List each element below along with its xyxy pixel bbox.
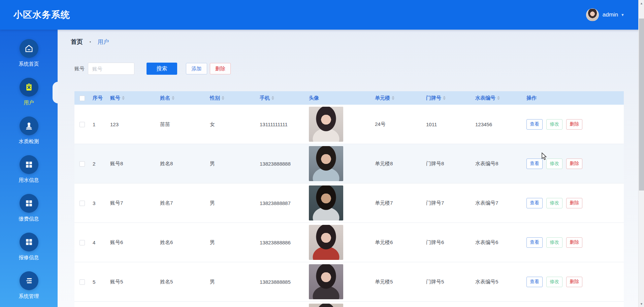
col-gender[interactable]: 性别 (207, 91, 257, 105)
cell-phone: 13823888885 (257, 262, 306, 302)
col-unit[interactable]: 单元楼 (372, 91, 423, 105)
row-checkbox[interactable] (79, 201, 85, 206)
edit-button[interactable]: 修改 (546, 119, 562, 130)
row-delete-button[interactable]: 删除 (566, 277, 582, 287)
breadcrumb-home[interactable]: 首页 (71, 38, 83, 46)
sort-icon[interactable] (122, 96, 125, 100)
sort-icon[interactable] (443, 96, 446, 100)
active-item-notch (53, 82, 58, 103)
sidebar-item-label: 用户 (24, 100, 34, 106)
cell-gender: 男 (207, 144, 257, 183)
breadcrumb-separator-icon: • (90, 40, 91, 44)
cell-gender: 男 (207, 262, 257, 302)
user-photo (309, 185, 343, 220)
vertical-scrollbar[interactable]: ▲ ▼ (638, 0, 644, 307)
user-menu[interactable]: admin ▼ (586, 8, 624, 21)
sidebar-item-users[interactable]: 用户 (0, 72, 58, 111)
row-delete-button[interactable]: 删除 (566, 198, 582, 208)
scroll-down-icon[interactable]: ▼ (639, 301, 644, 307)
cell-gender: 女 (207, 105, 257, 144)
col-door[interactable]: 门牌号 (423, 91, 473, 105)
edit-button[interactable]: 修改 (546, 198, 562, 208)
cell-name: 姓名5 (157, 262, 207, 302)
sidebar-item-system[interactable]: 系统管理 (0, 266, 58, 305)
cell-unit: 单元楼6 (372, 223, 423, 262)
cell-name: 苗苗 (157, 105, 207, 144)
breadcrumb-current[interactable]: 用户 (98, 38, 109, 46)
sidebar-item-label: 缴费信息 (19, 216, 39, 222)
row-checkbox[interactable] (79, 279, 85, 285)
cell-gender: 男 (207, 183, 257, 223)
cell-meter: 水表编号8 (473, 144, 524, 183)
cell-account: 账号7 (107, 183, 157, 223)
sidebar-item-repair[interactable]: 报修信息 (0, 227, 58, 266)
edit-button[interactable]: 修改 (546, 237, 562, 248)
cell-door: 门牌号7 (423, 183, 473, 223)
col-meter[interactable]: 水表编号 (473, 91, 524, 105)
cell-door: 门牌号6 (423, 223, 473, 262)
table-row: 4 账号6 姓名6 男 13823888886 单元楼6 门牌号6 水表编号6 … (74, 223, 624, 262)
cell-account: 账号5 (107, 262, 157, 302)
col-seq: 序号 (90, 91, 107, 105)
view-button[interactable]: 查看 (526, 119, 543, 130)
account-search-input[interactable] (88, 63, 134, 75)
sidebar-item-payment[interactable]: 缴费信息 (0, 189, 58, 227)
sidebar-item-label: 系统首页 (19, 61, 39, 67)
sidebar-item-home[interactable]: 系统首页 (0, 34, 58, 72)
cell-unit (372, 302, 423, 307)
row-checkbox[interactable] (79, 122, 85, 127)
cell-account (107, 302, 157, 307)
table-header-row: 序号 账号 姓名 性别 手机 头像 单元楼 门牌号 水表编号 操作 (74, 91, 624, 105)
cell-phone: 13823888886 (257, 223, 306, 262)
cell-name: 姓名7 (157, 183, 207, 223)
sort-icon[interactable] (271, 96, 274, 100)
users-table: 序号 账号 姓名 性别 手机 头像 单元楼 门牌号 水表编号 操作 1 123 (74, 91, 624, 307)
scrollbar-thumb[interactable] (639, 19, 644, 191)
user-photo (309, 146, 343, 181)
row-delete-button[interactable]: 删除 (566, 159, 582, 169)
cell-door (423, 302, 473, 307)
cell-phone (257, 302, 306, 307)
sort-icon[interactable] (222, 96, 224, 100)
edit-button[interactable]: 修改 (546, 159, 562, 169)
cell-seq: 2 (90, 144, 107, 183)
grid-icon (20, 194, 38, 213)
col-account[interactable]: 账号 (107, 91, 157, 105)
sidebar-nav: 系统首页 用户 水质检测 用水信息 (0, 30, 58, 307)
add-button[interactable]: 添加 (186, 63, 207, 74)
row-delete-button[interactable]: 删除 (566, 237, 582, 248)
delete-button[interactable]: 删除 (210, 63, 231, 74)
grid-icon (20, 233, 38, 251)
view-button[interactable]: 查看 (526, 237, 543, 248)
cell-gender: 男 (207, 223, 257, 262)
select-all-checkbox[interactable] (79, 96, 85, 101)
sidebar-item-water-usage[interactable]: 用水信息 (0, 150, 58, 189)
col-name[interactable]: 姓名 (157, 91, 207, 105)
cell-phone: 13823888887 (257, 183, 306, 223)
edit-button[interactable]: 修改 (546, 277, 562, 287)
col-phone[interactable]: 手机 (257, 91, 306, 105)
user-photo (309, 225, 343, 260)
cell-name (157, 302, 207, 307)
table-row: 5 账号5 姓名5 男 13823888885 单元楼5 门牌号5 水表编号5 … (74, 262, 624, 302)
cell-gender (207, 302, 257, 307)
sidebar-item-water-quality[interactable]: 水质检测 (0, 111, 58, 150)
row-checkbox[interactable] (79, 161, 85, 167)
user-avatar[interactable] (586, 8, 599, 21)
user-photo (309, 264, 343, 299)
view-button[interactable]: 查看 (526, 159, 543, 169)
sort-icon[interactable] (172, 96, 174, 100)
table-row (74, 302, 624, 307)
row-delete-button[interactable]: 删除 (566, 119, 582, 130)
view-button[interactable]: 查看 (526, 277, 543, 287)
cell-meter: 水表编号6 (473, 223, 524, 262)
sort-icon[interactable] (392, 96, 394, 100)
cell-unit: 单元楼8 (372, 144, 423, 183)
view-button[interactable]: 查看 (526, 198, 543, 208)
cell-door: 门牌号5 (423, 262, 473, 302)
table-row: 1 123 苗苗 女 13111111111 24号 1011 123456 查… (74, 105, 624, 144)
scroll-up-icon[interactable]: ▲ (639, 0, 644, 6)
sort-icon[interactable] (497, 96, 500, 100)
search-button[interactable]: 搜索 (147, 63, 177, 75)
row-checkbox[interactable] (79, 240, 85, 245)
